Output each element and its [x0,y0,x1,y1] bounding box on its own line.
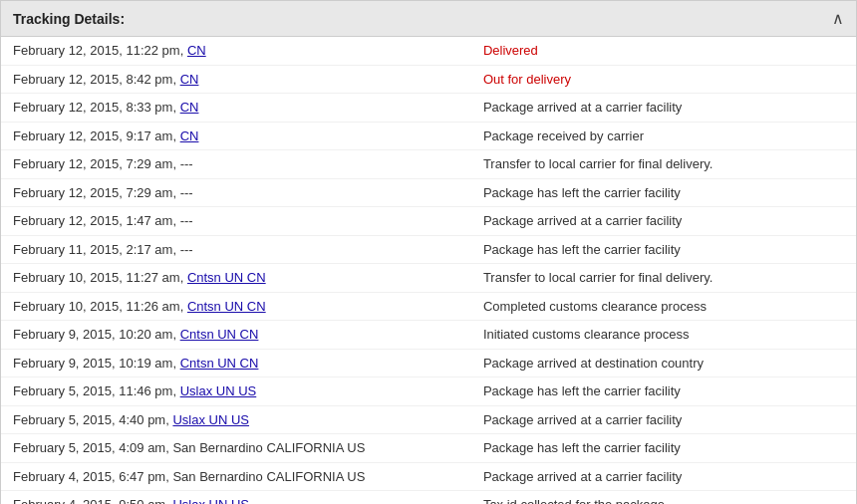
table-row: February 10, 2015, 11:26 am, Cntsn UN CN… [1,292,856,321]
tracking-location-link[interactable]: Cntsn UN CN [180,327,259,342]
tracking-status: Package has left the carrier facility [483,383,681,398]
tracking-date-cell: February 12, 2015, 1:47 am, --- [1,207,471,236]
tracking-date: February 10, 2015, 11:27 am, [13,270,187,285]
tracking-date: February 9, 2015, 10:20 am, [13,327,180,342]
table-row: February 11, 2015, 2:17 am, ---Package h… [1,235,856,264]
tracking-status: Package arrived at a carrier facility [483,412,682,427]
tracking-date-cell: February 5, 2015, 4:09 am, San Bernardin… [1,434,471,463]
tracking-date: February 4, 2015, 9:50 am, [13,497,172,504]
tracking-status: Delivered [483,43,538,58]
tracking-date: February 12, 2015, 7:29 am, [13,185,180,200]
table-row: February 12, 2015, 8:42 pm, CNOut for de… [1,65,856,94]
tracking-status-cell: Transfer to local carrier for final deli… [471,150,856,179]
tracking-status-cell: Delivered [471,37,856,65]
tracking-status-cell: Package has left the carrier facility [471,434,856,463]
tracking-date-cell: February 9, 2015, 10:19 am, Cntsn UN CN [1,349,471,378]
tracking-date: February 10, 2015, 11:26 am, [13,299,187,314]
tracking-status: Package arrived at a carrier facility [483,100,682,115]
tracking-date-cell: February 5, 2015, 4:40 pm, Uslax UN US [1,405,471,434]
table-row: February 12, 2015, 9:17 am, CNPackage re… [1,122,856,150]
tracking-status-cell: Completed customs clearance process [471,292,856,321]
collapse-icon[interactable]: ∧ [832,9,844,28]
tracking-date-cell: February 4, 2015, 9:50 am, Uslax UN US [1,491,471,505]
tracking-date-cell: February 11, 2015, 2:17 am, --- [1,235,471,264]
tracking-status: Transfer to local carrier for final deli… [483,156,713,171]
table-row: February 12, 2015, 11:22 pm, CNDelivered [1,37,856,65]
tracking-status-cell: Out for delivery [471,65,856,94]
tracking-status-cell: Package arrived at destination country [471,349,856,378]
tracking-location: San Bernardino CALIFORNIA US [172,440,365,455]
tracking-location: --- [180,242,193,257]
tracking-status-cell: Package arrived at a carrier facility [471,94,856,123]
tracking-status-cell: Package received by carrier [471,122,856,150]
tracking-location-link[interactable]: Cntsn UN CN [180,356,259,371]
tracking-container: Tracking Details: ∧ February 12, 2015, 1… [0,0,857,504]
tracking-date: February 12, 2015, 8:33 pm, [13,100,180,115]
tracking-date-cell: February 12, 2015, 8:33 pm, CN [1,94,471,123]
tracking-location-link[interactable]: Uslax UN US [180,383,257,398]
tracking-date-cell: February 9, 2015, 10:20 am, Cntsn UN CN [1,321,471,350]
tracking-location-link[interactable]: CN [180,72,199,87]
tracking-status-cell: Tax id collected for the package [471,491,856,505]
tracking-header: Tracking Details: ∧ [1,1,856,37]
tracking-date: February 12, 2015, 8:42 pm, [13,72,180,87]
tracking-date: February 4, 2015, 6:47 pm, [13,469,172,484]
tracking-date: February 12, 2015, 9:17 am, [13,128,180,143]
tracking-status-cell: Package has left the carrier facility [471,235,856,264]
tracking-date-cell: February 12, 2015, 11:22 pm, CN [1,37,471,65]
tracking-header-title: Tracking Details: [13,11,125,27]
table-row: February 4, 2015, 9:50 am, Uslax UN USTa… [1,491,856,505]
table-row: February 12, 2015, 7:29 am, ---Package h… [1,178,856,207]
tracking-date: February 9, 2015, 10:19 am, [13,356,180,371]
tracking-date-cell: February 12, 2015, 7:29 am, --- [1,150,471,179]
tracking-status: Package has left the carrier facility [483,185,681,200]
tracking-status-cell: Transfer to local carrier for final deli… [471,264,856,293]
tracking-table: February 12, 2015, 11:22 pm, CNDelivered… [1,37,856,504]
tracking-location-link[interactable]: Uslax UN US [172,412,249,427]
tracking-status: Package has left the carrier facility [483,440,681,455]
table-row: February 5, 2015, 4:40 pm, Uslax UN USPa… [1,405,856,434]
tracking-status: Out for delivery [483,72,571,87]
tracking-date: February 12, 2015, 11:22 pm, [13,43,187,58]
tracking-status: Initiated customs clearance process [483,327,690,342]
tracking-date-cell: February 10, 2015, 11:27 am, Cntsn UN CN [1,264,471,293]
tracking-status: Package arrived at destination country [483,356,704,371]
tracking-location-link[interactable]: CN [187,43,206,58]
tracking-date: February 11, 2015, 2:17 am, [13,242,180,257]
tracking-date: February 5, 2015, 4:09 am, [13,440,172,455]
tracking-status-cell: Package arrived at a carrier facility [471,207,856,236]
table-row: February 10, 2015, 11:27 am, Cntsn UN CN… [1,264,856,293]
tracking-status-cell: Package arrived at a carrier facility [471,462,856,491]
tracking-status: Package has left the carrier facility [483,242,681,257]
tracking-status: Completed customs clearance process [483,299,707,314]
tracking-status: Tax id collected for the package [483,497,665,504]
tracking-date-cell: February 12, 2015, 9:17 am, CN [1,122,471,150]
tracking-location: San Bernardino CALIFORNIA US [172,469,365,484]
tracking-status: Package arrived at a carrier facility [483,213,682,228]
tracking-date: February 12, 2015, 7:29 am, [13,156,180,171]
tracking-location-link[interactable]: CN [180,128,199,143]
tracking-status: Transfer to local carrier for final deli… [483,270,713,285]
tracking-date: February 5, 2015, 11:46 pm, [13,383,180,398]
tracking-location: --- [180,156,193,171]
table-row: February 5, 2015, 4:09 am, San Bernardin… [1,434,856,463]
tracking-location-link[interactable]: Cntsn UN CN [187,299,266,314]
tracking-date: February 5, 2015, 4:40 pm, [13,412,172,427]
tracking-location-link[interactable]: Uslax UN US [172,497,249,504]
tracking-date-cell: February 5, 2015, 11:46 pm, Uslax UN US [1,378,471,406]
tracking-status-cell: Initiated customs clearance process [471,321,856,350]
tracking-date-cell: February 10, 2015, 11:26 am, Cntsn UN CN [1,292,471,321]
table-row: February 4, 2015, 6:47 pm, San Bernardin… [1,462,856,491]
tracking-date-cell: February 4, 2015, 6:47 pm, San Bernardin… [1,462,471,491]
tracking-status-cell: Package arrived at a carrier facility [471,405,856,434]
tracking-status-cell: Package has left the carrier facility [471,178,856,207]
table-row: February 5, 2015, 11:46 pm, Uslax UN USP… [1,378,856,406]
tracking-status-cell: Package has left the carrier facility [471,378,856,406]
tracking-date-cell: February 12, 2015, 8:42 pm, CN [1,65,471,94]
tracking-location-link[interactable]: Cntsn UN CN [187,270,266,285]
tracking-location: --- [180,213,193,228]
tracking-date: February 12, 2015, 1:47 am, [13,213,180,228]
tracking-status: Package arrived at a carrier facility [483,469,682,484]
tracking-date-cell: February 12, 2015, 7:29 am, --- [1,178,471,207]
tracking-location-link[interactable]: CN [180,100,199,115]
